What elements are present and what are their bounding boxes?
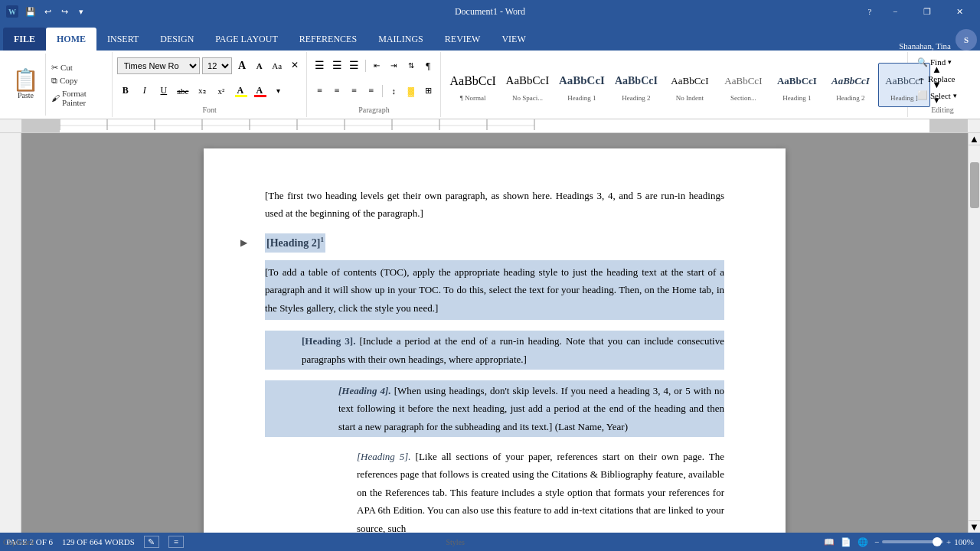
tab-insert[interactable]: INSERT (96, 28, 149, 51)
font-group: Times New Ro 12 A A Aa ✕ B I U abc x₂ x²… (113, 52, 308, 117)
style-no-space[interactable]: AaBbCcI No Spaci... (501, 63, 554, 107)
align-left-button[interactable]: ≡ (312, 83, 327, 99)
style-no-indent-label: No Indent (676, 94, 704, 102)
ruler-ticks (60, 119, 929, 132)
style-no-space-label: No Spaci... (512, 94, 543, 102)
copy-icon: ⧉ (51, 76, 57, 86)
heading2-text: [Heading 2]1 (265, 233, 325, 253)
ribbon: FILE HOME INSERT DESIGN PAGE LAYOUT REFE… (0, 23, 980, 51)
ruler-body (60, 119, 929, 132)
replace-button[interactable]: ↔ Replace (913, 72, 972, 86)
tab-review[interactable]: REVIEW (434, 28, 492, 51)
word-count: 129 OF 664 WORDS (62, 537, 135, 546)
grow-font-button[interactable]: A (234, 57, 250, 74)
clear-format-button[interactable]: ✕ (287, 57, 302, 74)
line-spacing-button[interactable]: ↕ (386, 83, 401, 99)
zoom-out-button[interactable]: − (874, 537, 879, 546)
heading3-paragraph: [Heading 3]. [Include a period at the en… (302, 332, 724, 368)
increase-indent-button[interactable]: ⇥ (386, 57, 401, 74)
tab-view[interactable]: VIEW (491, 28, 536, 51)
style-normal[interactable]: AaBbCcI ¶ Normal (446, 63, 499, 107)
subscript-button[interactable]: x₂ (194, 83, 211, 99)
zoom-thumb[interactable] (933, 537, 942, 546)
web-layout-icon[interactable]: 🌐 (858, 537, 868, 547)
read-mode-icon[interactable]: 📖 (824, 537, 835, 547)
italic-button[interactable]: I (136, 83, 153, 99)
sort-button[interactable]: ⇅ (403, 57, 419, 74)
font-size-select[interactable]: 12 (202, 57, 232, 74)
borders-button[interactable]: ⊞ (420, 83, 436, 99)
heading-2: [Heading 2]1 (265, 233, 724, 253)
redo-button[interactable]: ↪ (57, 4, 72, 19)
style-heading2[interactable]: AaBbCcI Heading 2 (610, 63, 662, 107)
tab-mailings[interactable]: MAILINGS (368, 28, 434, 51)
paste-button[interactable]: 📋 Paste (6, 54, 46, 116)
format-painter-button[interactable]: 🖌 Format Painter (49, 87, 106, 109)
format-painter-icon: 🖌 (51, 93, 60, 103)
align-center-button[interactable]: ≡ (329, 83, 345, 99)
multilevel-button[interactable]: ☰ (346, 57, 361, 74)
customize-button[interactable]: ▾ (74, 4, 89, 19)
heading4-block: [Heading 4]. [When using headings, don't… (265, 380, 724, 437)
numbering-button[interactable]: ☰ (329, 57, 345, 74)
scroll-down-arrow[interactable]: ▼ (969, 520, 980, 533)
find-button[interactable]: 🔍 Find ▾ (913, 55, 972, 70)
heading5-text: [Like all sections of your paper, refere… (357, 451, 724, 533)
tab-page-layout[interactable]: PAGE LAYOUT (204, 28, 288, 51)
style-h1[interactable]: AaBbCcI Heading 1 (771, 63, 823, 107)
language-icon[interactable]: ≡ (168, 536, 184, 548)
scrollbar-thumb[interactable] (970, 162, 979, 208)
ruler-side-right (968, 119, 980, 132)
align-right-button[interactable]: ≡ (346, 83, 361, 99)
scroll-up-arrow[interactable]: ▲ (969, 133, 980, 145)
select-button[interactable]: ⬜ Select ▾ (913, 88, 972, 103)
scrollbar-right: ▲ ▼ (968, 133, 980, 533)
decrease-indent-button[interactable]: ⇤ (369, 57, 384, 74)
superscript-button[interactable]: x² (213, 83, 230, 99)
copy-button[interactable]: ⧉ Copy (49, 74, 106, 87)
ruler-margin-right (929, 119, 968, 132)
tab-file[interactable]: FILE (3, 28, 46, 51)
style-no-space-preview: AaBbCcI (505, 68, 550, 94)
para-row-1: ☰ ☰ ☰ ⇤ ⇥ ⇅ ¶ (312, 57, 436, 74)
track-changes-icon[interactable]: ✎ (144, 536, 159, 548)
heading3-block: [Heading 3]. [Include a period at the en… (265, 331, 724, 370)
scrollbar-track[interactable] (969, 145, 980, 520)
font-name-select[interactable]: Times New Ro (117, 57, 200, 74)
font-color-button[interactable]: A (251, 83, 268, 99)
bold-button[interactable]: B (117, 83, 134, 99)
close-button[interactable]: ✕ (945, 0, 974, 23)
style-heading1[interactable]: AaBbCcI Heading 1 (555, 63, 609, 107)
minimize-button[interactable]: − (880, 0, 910, 23)
ruler-margin-left (21, 119, 60, 132)
strikethrough-button[interactable]: abc (175, 83, 191, 99)
justify-button[interactable]: ≡ (364, 83, 379, 99)
zoom-in-button[interactable]: + (946, 537, 951, 546)
show-marks-button[interactable]: ¶ (420, 57, 436, 74)
text-highlight-button[interactable]: A (232, 83, 249, 99)
shrink-font-button[interactable]: A (252, 57, 267, 74)
ribbon-tabs: FILE HOME INSERT DESIGN PAGE LAYOUT REFE… (0, 23, 980, 51)
highlight-color-picker[interactable]: ▾ (270, 83, 287, 99)
para-row-2: ≡ ≡ ≡ ≡ ↕ ▓ ⊞ (312, 83, 436, 99)
underline-button[interactable]: U (155, 83, 172, 99)
tab-design[interactable]: DESIGN (149, 28, 204, 51)
print-layout-icon[interactable]: 📄 (841, 537, 851, 547)
cut-button[interactable]: ✂ Cut (49, 61, 106, 74)
help-button[interactable]: ? (862, 4, 877, 19)
undo-button[interactable]: ↩ (40, 4, 55, 19)
shading-button[interactable]: ▓ (403, 83, 419, 99)
change-case-button[interactable]: Aa (270, 57, 285, 74)
paste-icon: 📋 (12, 70, 39, 91)
restore-button[interactable]: ❐ (913, 0, 942, 23)
tab-home[interactable]: HOME (46, 28, 96, 51)
ruler-area (0, 119, 980, 133)
style-h2[interactable]: AaBbCcI Heading 2 (825, 63, 877, 107)
save-button[interactable]: 💾 (23, 4, 38, 19)
style-section[interactable]: AaBbCcI Section... (717, 63, 769, 107)
tab-references[interactable]: REFERENCES (289, 28, 368, 51)
zoom-slider[interactable] (882, 540, 943, 543)
style-no-indent[interactable]: AaBbCcI No Indent (664, 63, 716, 107)
style-heading2-label: Heading 2 (622, 94, 650, 102)
bullets-button[interactable]: ☰ (312, 57, 327, 74)
